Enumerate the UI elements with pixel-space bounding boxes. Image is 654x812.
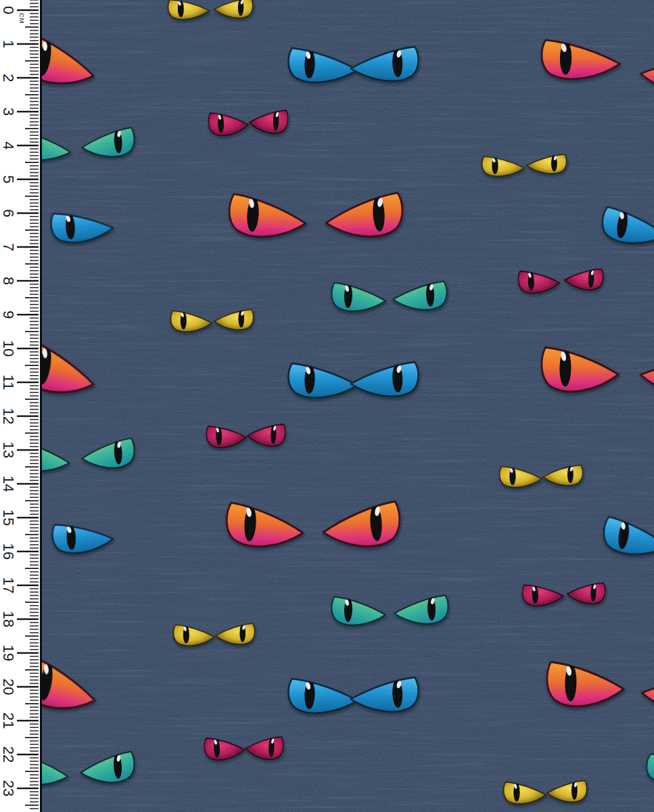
ruler-number: 0 (0, 6, 17, 14)
ruler-number: 9 (0, 311, 17, 319)
fabric-product-photo: 01234567891011121314151617181920212223CM (0, 0, 654, 812)
ruler-number: 13 (0, 442, 17, 458)
ruler-number: 10 (0, 340, 17, 357)
ruler-number: 16 (0, 543, 17, 560)
ruler-number: 3 (0, 108, 17, 116)
ruler-number: 4 (0, 141, 17, 150)
fabric-grain-overlay (42, 0, 654, 812)
ruler-number: 14 (0, 476, 17, 492)
ruler-unit-label: CM (18, 13, 26, 24)
fabric-swatch (40, 0, 654, 812)
ruler-number: 8 (0, 277, 17, 285)
ruler-number: 21 (0, 713, 17, 729)
ruler-number: 20 (0, 679, 17, 695)
ruler-number: 19 (0, 645, 17, 661)
ruler-number: 11 (0, 375, 17, 390)
measuring-ruler: 01234567891011121314151617181920212223CM (0, 0, 40, 812)
ruler-number: 7 (0, 243, 17, 251)
ruler-number: 18 (0, 611, 17, 627)
ruler-number: 5 (0, 175, 17, 183)
ruler-number: 2 (0, 74, 17, 82)
ruler-scale: 01234567891011121314151617181920212223CM (0, 0, 40, 812)
ruler-number: 17 (0, 577, 17, 593)
ruler-number: 15 (0, 510, 17, 526)
ruler-number: 12 (0, 408, 17, 424)
ruler-number: 1 (0, 40, 17, 48)
ruler-number: 23 (0, 780, 17, 796)
spooky-eyes-print (42, 0, 654, 812)
ruler-number: 22 (0, 746, 17, 763)
ruler-number: 6 (0, 209, 17, 217)
